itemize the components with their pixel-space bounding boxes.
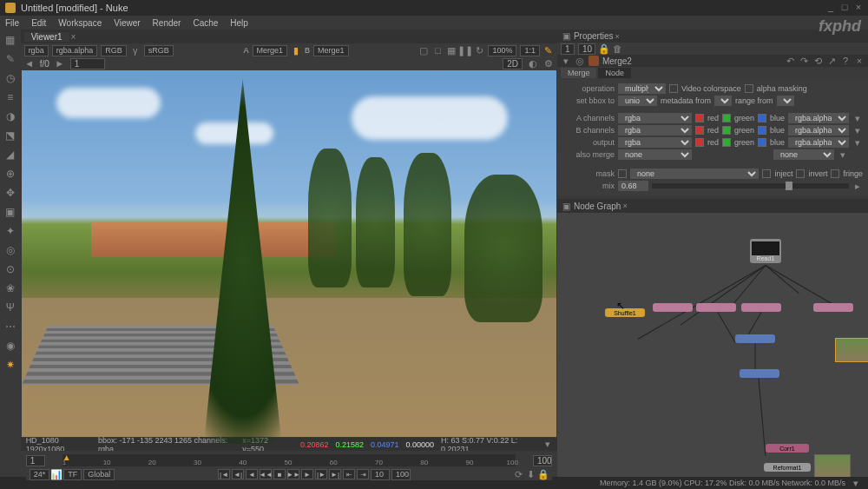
range-dropdown[interactable]: B xyxy=(777,96,794,106)
input-a-dropdown[interactable]: Merge1 xyxy=(253,45,288,56)
node-shuffle[interactable]: Shuffle1 xyxy=(605,308,645,317)
o-green-checkbox[interactable] xyxy=(722,138,731,147)
a-channels-dropdown[interactable]: rgba xyxy=(618,113,692,123)
o-red-checkbox[interactable] xyxy=(695,138,704,147)
thumb-preview2[interactable] xyxy=(814,454,851,477)
zoom-dropdown[interactable]: 100% xyxy=(488,45,516,56)
center-icon[interactable]: ◎ xyxy=(575,56,585,66)
collapse-icon[interactable]: ▾ xyxy=(561,56,571,66)
input-b-dropdown[interactable]: Merge1 xyxy=(313,45,349,56)
out-opts-icon[interactable]: ▾ xyxy=(852,137,863,148)
node-reformat[interactable]: Reformat1 xyxy=(764,463,811,472)
frame-input[interactable]: 1 xyxy=(70,58,105,69)
revert-icon[interactable]: ⟲ xyxy=(812,56,823,66)
tool-toolsets-icon[interactable]: Ψ xyxy=(3,301,17,314)
gamma-icon[interactable]: γ xyxy=(130,45,141,56)
goto-end-button[interactable]: ►| xyxy=(329,469,341,479)
viewer-canvas[interactable] xyxy=(22,70,556,437)
float-icon[interactable]: ↗ xyxy=(826,56,837,66)
tool-deep-icon[interactable]: ◎ xyxy=(3,243,17,257)
mix-anim-icon[interactable]: ▸ xyxy=(852,181,863,191)
lut-dropdown[interactable]: sRGB xyxy=(144,45,174,56)
frame-end-input[interactable]: 100 xyxy=(391,469,411,480)
tool-plugins-icon[interactable]: ✷ xyxy=(3,358,17,372)
prev-key-button[interactable]: ◄| xyxy=(232,469,244,479)
close-button[interactable]: × xyxy=(852,2,865,12)
lock-timeline-icon[interactable]: 🔒 xyxy=(538,469,549,479)
help-icon[interactable]: ? xyxy=(840,56,851,66)
out-point-button[interactable]: ⇥ xyxy=(357,469,369,479)
a-opts-icon[interactable]: ▾ xyxy=(852,113,863,123)
also-merge2-dropdown[interactable]: none xyxy=(773,149,834,160)
a-mask-dropdown[interactable]: rgba.alpha xyxy=(788,113,849,123)
menu-file[interactable]: File xyxy=(5,18,19,28)
proxy-icon[interactable]: □ xyxy=(432,45,443,56)
redo-icon[interactable]: ↷ xyxy=(799,56,809,66)
playmode-dropdown[interactable]: Global xyxy=(83,469,115,480)
a-blue-checkbox[interactable] xyxy=(758,114,766,122)
play-back-button[interactable]: ◄◄ xyxy=(260,469,272,479)
metadata-dropdown[interactable]: B xyxy=(714,96,732,106)
tab-close-icon[interactable]: × xyxy=(71,32,76,42)
thumb-preview1[interactable] xyxy=(835,338,868,362)
roi-icon[interactable]: ▢ xyxy=(418,45,429,56)
tool-color-icon[interactable]: ◑ xyxy=(3,109,17,123)
next-frame-icon[interactable]: ► xyxy=(55,58,65,69)
loop-icon[interactable]: ⟳ xyxy=(514,469,524,479)
node-merge1[interactable] xyxy=(735,334,775,343)
output-mask-dropdown[interactable]: rgba.alpha xyxy=(788,137,849,148)
mix-slider[interactable] xyxy=(652,183,849,188)
footer-menu-icon[interactable]: ▾ xyxy=(851,478,861,488)
menu-edit[interactable]: Edit xyxy=(31,18,46,28)
node-grade4[interactable] xyxy=(813,303,853,312)
tool-filter-icon[interactable]: ⬔ xyxy=(3,129,17,142)
node-grade1[interactable] xyxy=(653,303,693,312)
tab-close-icon[interactable]: × xyxy=(615,32,620,41)
pause-icon[interactable]: ❚❚ xyxy=(460,45,470,56)
o-blue-checkbox[interactable] xyxy=(758,138,766,147)
tool-furnace-icon[interactable]: ◉ xyxy=(3,339,17,353)
invert-checkbox[interactable] xyxy=(796,169,805,178)
b-channels-dropdown[interactable]: rgba xyxy=(618,125,692,135)
maximize-button[interactable]: □ xyxy=(838,2,851,12)
a-green-checkbox[interactable] xyxy=(722,114,731,122)
b-red-checkbox[interactable] xyxy=(695,126,704,135)
operation-dropdown[interactable]: multiply xyxy=(618,83,666,94)
frame-jump-input[interactable]: 10 xyxy=(371,469,390,480)
menu-cache[interactable]: Cache xyxy=(193,18,218,28)
clip-icon[interactable]: ▦ xyxy=(446,45,457,56)
tool-merge-icon[interactable]: ⊕ xyxy=(3,167,17,181)
prev-frame-icon[interactable]: ◄ xyxy=(24,58,35,69)
timeline-ruler[interactable]: ▲ 1 10 20 30 40 50 60 70 80 90 100 xyxy=(62,454,516,466)
node-merge2[interactable] xyxy=(740,369,779,378)
tool-particles-icon[interactable]: ✦ xyxy=(3,224,17,238)
nodegraph-canvas[interactable]: Read1 Shuffle1 Corr1 Reformat1 ↖ xyxy=(557,213,868,477)
tool-transform-icon[interactable]: ✥ xyxy=(3,186,17,200)
downrez-dropdown[interactable]: 1:1 xyxy=(520,45,540,56)
step-fwd-button[interactable]: ► xyxy=(301,469,313,479)
b-green-checkbox[interactable] xyxy=(722,126,731,135)
wipe-icon[interactable]: ▮ xyxy=(291,45,301,56)
b-mask-dropdown[interactable]: rgba.alpha xyxy=(788,125,849,135)
menu-viewer[interactable]: Viewer xyxy=(114,18,140,28)
clear-props-icon[interactable]: 🗑 xyxy=(613,43,623,54)
menu-workspace[interactable]: Workspace xyxy=(58,18,102,28)
prop-count[interactable]: 1 xyxy=(561,43,575,55)
layer-dropdown[interactable]: rgba xyxy=(24,45,49,56)
tool-keyer-icon[interactable]: ◢ xyxy=(3,148,17,162)
inject-checkbox[interactable] xyxy=(762,169,771,178)
close-node-icon[interactable]: × xyxy=(854,56,865,66)
in-point-button[interactable]: ⇤ xyxy=(343,469,355,479)
nodegraph-close-icon[interactable]: × xyxy=(622,202,627,210)
fps-display[interactable]: 24* xyxy=(30,469,50,480)
tab-merge[interactable]: Merge xyxy=(561,68,597,78)
output-dropdown[interactable]: rgba xyxy=(618,137,692,148)
range-end-input[interactable]: 100 xyxy=(533,455,552,466)
node-name[interactable]: Merge2 xyxy=(602,56,781,66)
tool-time-icon[interactable]: ◷ xyxy=(3,71,17,85)
channel-dropdown[interactable]: rgba.alpha xyxy=(52,45,98,56)
colorspace-dropdown[interactable]: RGB xyxy=(101,45,127,56)
refresh-icon[interactable]: ↻ xyxy=(474,45,484,56)
minimize-button[interactable]: _ xyxy=(825,2,837,12)
fringe-checkbox[interactable] xyxy=(831,169,839,178)
